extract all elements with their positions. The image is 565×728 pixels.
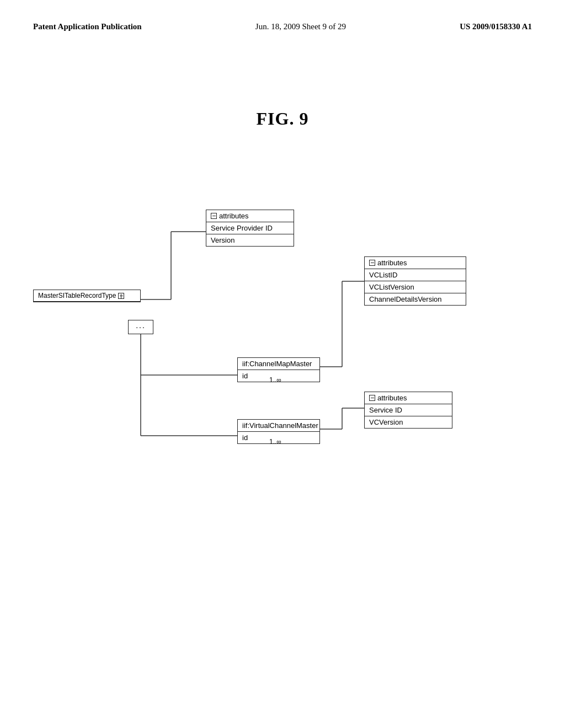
header-right: US 2009/0158330 A1: [460, 22, 532, 31]
attributes-label: attributes: [219, 212, 248, 220]
virtual-channel-label: iif:VirtualChannelMaster: [238, 420, 319, 432]
channel-map-attributes-header: attributes: [365, 257, 466, 269]
minus-icon-2: [369, 260, 375, 266]
dots-connector-box: ···: [128, 320, 153, 334]
vclist-version-row: VCListVersion: [365, 281, 466, 293]
virtual-channel-attributes-box: attributes Service ID VCVersion: [364, 392, 452, 429]
header-left: Patent Application Publication: [33, 22, 142, 31]
channel-map-multiplicity: 1..∞: [269, 376, 281, 384]
minus-icon-3: [369, 395, 375, 401]
attr-row-1: Service Provider ID: [206, 222, 294, 234]
header-center: Jun. 18, 2009 Sheet 9 of 29: [255, 22, 346, 31]
channel-map-attributes-box: attributes VCListID VCListVersion Channe…: [364, 256, 466, 306]
channel-details-version-row: ChannelDetailsVersion: [365, 293, 466, 305]
page: Patent Application Publication Jun. 18, …: [0, 0, 565, 728]
attributes-box: attributes Service Provider ID Version: [206, 210, 294, 247]
service-id-row: Service ID: [365, 404, 452, 416]
channel-map-attributes-label: attributes: [377, 259, 407, 267]
vc-version-row: VCVersion: [365, 416, 452, 428]
attributes-header: attributes: [206, 210, 294, 222]
connectors-svg: [0, 204, 565, 590]
dots-label: ···: [136, 323, 146, 331]
virtual-channel-attributes-header: attributes: [365, 392, 452, 404]
virtual-channel-attributes-label: attributes: [377, 394, 407, 402]
master-si-header: MasterSITableRecordType: [34, 290, 140, 302]
attr-row-2: Version: [206, 234, 294, 246]
minus-icon-1: [211, 213, 217, 219]
plus-icon: [118, 293, 124, 299]
diagram: MasterSITableRecordType attributes Servi…: [0, 204, 565, 590]
master-si-label: MasterSITableRecordType: [38, 292, 116, 299]
page-header: Patent Application Publication Jun. 18, …: [0, 0, 565, 31]
virtual-channel-multiplicity: 1..∞: [269, 438, 281, 446]
figure-title: FIG. 9: [0, 109, 565, 129]
channel-map-label: iif:ChannelMapMaster: [238, 358, 319, 370]
vclist-id-row: VCListID: [365, 269, 466, 281]
master-si-box: MasterSITableRecordType: [33, 290, 141, 302]
